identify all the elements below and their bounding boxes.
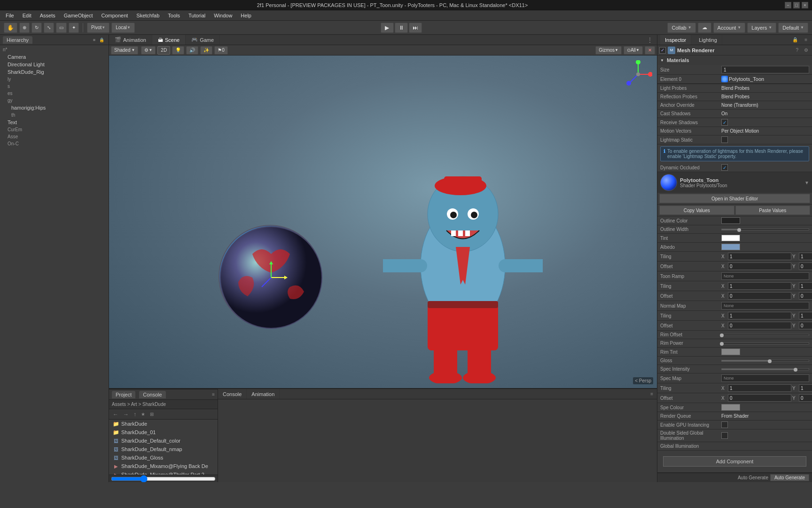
all-tool[interactable]: ✦ <box>69 23 79 33</box>
auto-generate-btn[interactable]: Auto Generate <box>770 474 809 481</box>
dynamic-occluded-checkbox[interactable] <box>721 164 728 171</box>
tab-scene[interactable]: 🏔 Scene <box>152 35 186 45</box>
hierarchy-dirlight[interactable]: Directional Light <box>0 61 109 68</box>
hierarchy-item[interactable]: n* <box>0 46 109 53</box>
audio-btn[interactable]: 🔊 <box>186 46 198 55</box>
cloud-btn[interactable]: ☁ <box>698 23 711 33</box>
spe-colour-swatch[interactable] <box>721 404 740 411</box>
albedo-tiling-x[interactable] <box>728 253 791 260</box>
inspector-settings-btn[interactable]: ≡ <box>803 37 809 42</box>
normal-tiling-y[interactable] <box>799 312 812 319</box>
window-controls[interactable]: − □ × <box>785 2 808 8</box>
inspector-lock-btn[interactable]: 🔒 <box>790 37 800 42</box>
mesh-renderer-header[interactable]: M Mesh Renderer ? ⚙ <box>657 45 812 56</box>
hierarchy-item-hips[interactable]: hamorigig:Hips <box>0 104 109 111</box>
lighting-btn[interactable]: 💡 <box>172 46 184 55</box>
menu-assets[interactable]: Assets <box>36 12 59 19</box>
menu-sketchfab[interactable]: Sketchfab <box>133 12 163 19</box>
asset-item-01[interactable]: 📁 SharkDude_01 <box>109 428 218 437</box>
console-tab[interactable]: Console <box>139 391 165 398</box>
spec-offset-y[interactable] <box>799 394 812 402</box>
bottom-tab-animation[interactable]: Animation <box>247 389 280 399</box>
rotate-tool[interactable]: ↻ <box>31 23 42 33</box>
toon-tiling-y[interactable] <box>799 282 812 290</box>
hierarchy-item-s[interactable]: s <box>0 83 109 90</box>
hierarchy-item-asse[interactable]: Asse <box>0 133 109 140</box>
albedo-offset-y[interactable] <box>799 262 812 270</box>
hierarchy-item-text[interactable]: Text <box>0 119 109 126</box>
shaded-dropdown[interactable]: Shaded ▼ <box>111 46 138 55</box>
material-chevron-icon[interactable]: ▼ <box>804 180 809 185</box>
component-toggle-checkbox[interactable] <box>659 47 666 54</box>
scene-settings-btn[interactable]: ⋮ <box>643 35 657 45</box>
hand-tool[interactable]: ✋ <box>4 23 17 33</box>
spec-intensity-slider[interactable] <box>721 368 809 370</box>
scene-stats-btn[interactable]: ⚑ 0 <box>214 46 228 55</box>
asset-item-gloss[interactable]: 🖼 SharkDude_Gloss <box>109 453 218 462</box>
toon-ramp-field[interactable]: None <box>721 272 809 280</box>
toon-tiling-x[interactable] <box>728 282 791 290</box>
menu-help[interactable]: Help <box>237 12 255 19</box>
asset-back-btn[interactable]: ← <box>111 411 120 418</box>
size-input[interactable] <box>721 66 809 73</box>
gizmos-btn[interactable]: Gizmos ▼ <box>595 46 622 55</box>
menu-file[interactable]: File <box>2 12 18 19</box>
asset-item-color[interactable]: 🖼 SharkDude_Default_color <box>109 437 218 445</box>
bottom-tab-console[interactable]: Console <box>218 389 247 399</box>
paste-values-btn[interactable]: Paste Values <box>735 206 811 215</box>
asset-item-flying[interactable]: ▶ SharkDude_Mixamo@Flying Back De <box>109 462 218 470</box>
hierarchy-item-gy[interactable]: gy <box>0 97 109 104</box>
normal-offset-y[interactable] <box>799 322 812 329</box>
local-btn[interactable]: Local ▼ <box>111 23 135 33</box>
albedo-tiling-y[interactable] <box>799 253 812 260</box>
move-tool[interactable]: ⊕ <box>19 23 30 33</box>
asset-forward-btn[interactable]: → <box>121 411 131 418</box>
project-tab[interactable]: Project <box>112 391 135 398</box>
menu-gameobject[interactable]: GameObject <box>60 12 97 19</box>
spec-tiling-x[interactable] <box>728 384 791 392</box>
pause-button[interactable]: ⏸ <box>395 23 408 33</box>
axis-gizmo[interactable]: Y X Z <box>624 60 652 88</box>
tab-animation[interactable]: 🎬 Animation <box>109 35 152 45</box>
asset-item-sharkdude[interactable]: 📁 SharkDude <box>109 420 218 428</box>
step-button[interactable]: ⏭ <box>409 23 422 33</box>
tint-swatch[interactable] <box>721 235 740 241</box>
collab-btn[interactable]: Collab ▼ <box>667 23 695 33</box>
maximize-btn[interactable]: □ <box>793 2 800 8</box>
asset-up-btn[interactable]: ↑ <box>132 411 138 418</box>
layers-btn[interactable]: Layers ▼ <box>747 23 776 33</box>
rim-power-slider[interactable] <box>721 342 809 344</box>
open-shader-btn[interactable]: Open in Shader Editor <box>659 194 810 203</box>
pivot-btn[interactable]: Pivot ▼ <box>87 23 109 33</box>
wireframe-dropdown[interactable]: ⚙ ▼ <box>141 46 156 55</box>
scene-canvas[interactable]: Y X Z <box>109 56 657 388</box>
gloss-slider[interactable] <box>721 360 809 362</box>
hierarchy-item-th[interactable]: th <box>0 111 109 119</box>
hierarchy-item-curam[interactable]: CurEm <box>0 126 109 133</box>
asset-item-nmap[interactable]: 🖼 SharkDude_Default_nmap <box>109 445 218 453</box>
component-help-btn[interactable]: ? <box>794 48 800 53</box>
2d-toggle[interactable]: 2D <box>157 46 170 55</box>
hierarchy-tab[interactable]: Hierarchy <box>3 36 32 44</box>
spec-map-field[interactable]: None <box>721 374 809 382</box>
double-sided-checkbox[interactable] <box>721 432 728 439</box>
scene-view[interactable]: Y X Z <box>109 56 657 388</box>
menu-component[interactable]: Component <box>97 12 132 19</box>
asset-item-thriller2[interactable]: ▶ SharkDude_Mixamo@Thriller Part 2 <box>109 470 218 475</box>
minimize-btn[interactable]: − <box>785 2 791 8</box>
lightmap-static-checkbox[interactable] <box>721 136 728 143</box>
layout-btn[interactable]: Default ▼ <box>778 23 808 33</box>
tab-inspector[interactable]: Inspector <box>660 35 691 45</box>
scale-tool[interactable]: ⤡ <box>44 23 54 33</box>
hierarchy-item-ly[interactable]: ly <box>0 76 109 83</box>
outline-color-swatch[interactable] <box>721 217 740 224</box>
tab-game[interactable]: 🎮 Game <box>186 35 220 45</box>
receive-shadows-checkbox[interactable] <box>721 119 728 126</box>
asset-package-btn[interactable]: ⊞ <box>148 412 156 417</box>
tab-lighting[interactable]: Lighting <box>694 35 722 45</box>
menu-window[interactable]: Window <box>210 12 236 19</box>
hierarchy-camera[interactable]: Camera <box>0 53 109 61</box>
spec-tiling-y[interactable] <box>799 384 812 392</box>
project-settings-btn[interactable]: ≡ <box>212 392 215 397</box>
normal-tiling-x[interactable] <box>728 312 791 319</box>
